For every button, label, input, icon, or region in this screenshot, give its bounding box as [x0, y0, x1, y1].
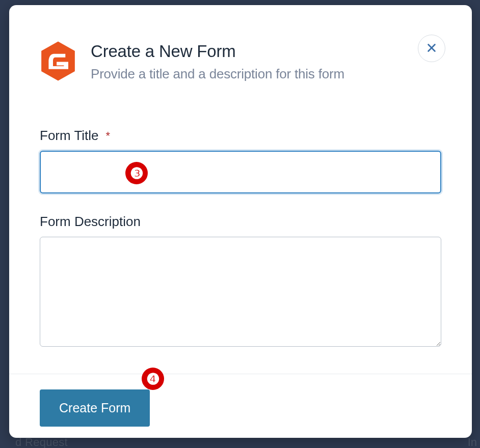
svg-marker-0	[41, 41, 75, 80]
required-marker: *	[106, 129, 111, 143]
form-title-label-text: Form Title	[40, 128, 99, 144]
modal-heading-wrap: Create a New Form Provide a title and a …	[91, 41, 441, 82]
modal-title: Create a New Form	[91, 42, 441, 61]
modal-header: Create a New Form Provide a title and a …	[9, 5, 472, 82]
form-title-field-group: Form Title *	[40, 128, 441, 193]
form-description-field-group: Form Description	[40, 214, 441, 349]
form-title-label: Form Title *	[40, 128, 441, 144]
form-description-label-text: Form Description	[40, 214, 141, 230]
create-form-modal: Create a New Form Provide a title and a …	[9, 5, 472, 438]
create-form-button[interactable]: Create Form	[40, 389, 150, 427]
close-icon	[426, 42, 437, 55]
modal-subtitle: Provide a title and a description for th…	[91, 66, 441, 82]
form-title-input[interactable]	[40, 151, 441, 193]
modal-footer: Create Form	[9, 374, 472, 438]
form-description-textarea[interactable]	[40, 237, 441, 347]
close-button[interactable]	[418, 35, 445, 62]
gravity-forms-logo-icon	[40, 41, 76, 81]
form-description-label: Form Description	[40, 214, 441, 230]
form-body: Form Title * Form Description	[9, 82, 472, 374]
